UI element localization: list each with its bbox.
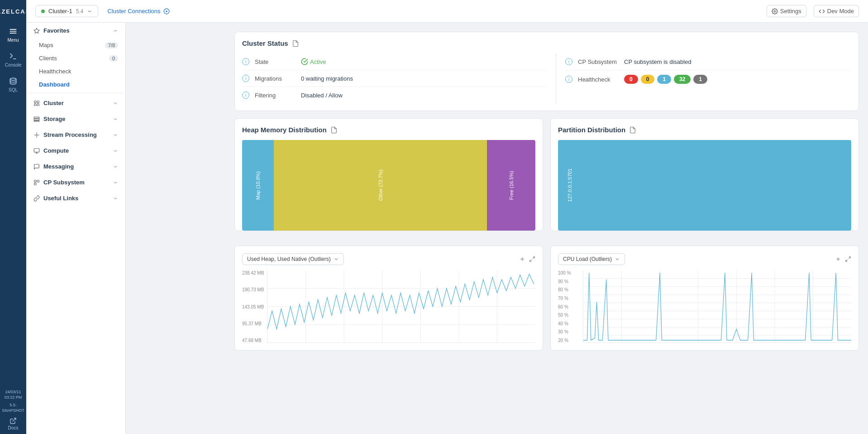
heap-chart-dropdown[interactable]: Used Heap, Used Native (Outliers) xyxy=(242,253,344,265)
heap-expand-icon[interactable] xyxy=(529,256,535,262)
storage-icon xyxy=(33,116,40,122)
storage-label: Storage xyxy=(43,116,65,122)
docs-label: Docs xyxy=(8,425,19,430)
cpu-add-icon[interactable] xyxy=(835,256,841,262)
sidebar-storage-header[interactable]: Storage xyxy=(26,111,125,127)
cluster-status-doc-icon[interactable] xyxy=(292,40,299,47)
useful-links-label: Useful Links xyxy=(43,195,78,202)
sidebar-item-dashboard[interactable]: Dashboard xyxy=(26,78,125,91)
cpu-chart-area: 100 % 90 % 80 % 70 % 60 % 50 % 40 % 30 %… xyxy=(558,270,851,343)
heap-line-chart-card: Used Heap, Used Native (Outliers) 2 xyxy=(234,246,543,351)
sql-icon-item[interactable]: SQL xyxy=(0,72,26,97)
migrations-value: 0 waiting migrations xyxy=(301,75,353,82)
sidebar-favorites-header[interactable]: Favorites xyxy=(26,23,125,39)
console-icon-item[interactable]: Console xyxy=(0,47,26,72)
database-icon xyxy=(9,77,18,86)
cp-subsystem-value: CP subsystem is disabled xyxy=(624,58,692,65)
heap-chart-area: 238.42 MB 190.73 MB 143.05 MB 95.37 MB 4… xyxy=(242,270,535,343)
clients-badge: 0 xyxy=(109,55,118,62)
settings-label: Settings xyxy=(780,8,801,14)
cp-subsystem-row: i CP Subsystem CP subsystem is disabled xyxy=(565,53,851,70)
bottom-charts-row: Used Heap, Used Native (Outliers) 2 xyxy=(234,246,859,351)
cpu-dropdown-icon xyxy=(615,256,620,262)
docs-link[interactable]: Docs xyxy=(0,417,26,430)
state-label: State xyxy=(255,58,296,65)
cluster-name: Cluster-1 xyxy=(48,8,72,14)
heap-doc-icon[interactable] xyxy=(330,126,338,134)
favorites-label: Favorites xyxy=(43,27,70,34)
sidebar-messaging-header[interactable]: Messaging xyxy=(26,159,125,174)
svg-rect-8 xyxy=(37,101,39,102)
cluster-label: Cluster xyxy=(43,100,64,106)
console-label: Console xyxy=(5,63,22,68)
cpu-chart-dropdown[interactable]: CPU Load (Outliers) xyxy=(558,253,625,265)
svg-line-28 xyxy=(530,260,532,261)
timestamp: 24/03/11 03:22 PM xyxy=(0,389,26,400)
healthcheck-label: Healthcheck xyxy=(578,76,619,83)
cp-subsystem-info-icon: i xyxy=(565,58,572,65)
partition-distribution-title: Partition Distribution xyxy=(558,126,851,134)
svg-rect-20 xyxy=(34,183,36,185)
sidebar-stream-processing-header[interactable]: Stream Processing xyxy=(26,127,125,143)
cluster-status-title: Cluster Status xyxy=(242,39,851,47)
stream-icon xyxy=(33,132,40,138)
svg-rect-15 xyxy=(34,148,39,152)
svg-rect-0 xyxy=(10,29,17,30)
state-value: Active xyxy=(301,58,326,65)
sidebar-useful-links-header[interactable]: Useful Links xyxy=(26,190,125,206)
cpu-chart-toolbar: CPU Load (Outliers) xyxy=(558,253,851,265)
status-divider xyxy=(556,53,556,103)
partition-chart-visual: 127.0.0.1:5701 xyxy=(558,140,851,231)
migrations-info-icon: i xyxy=(242,75,249,82)
plus-circle-icon xyxy=(163,8,170,14)
status-right-col: i CP Subsystem CP subsystem is disabled … xyxy=(565,53,851,103)
sidebar-section-messaging: Messaging xyxy=(26,159,125,174)
partition-node-label: 127.0.0.1:5701 xyxy=(567,169,572,202)
chevron-down-messaging xyxy=(113,164,118,169)
heap-chart-dropdown-label: Used Heap, Used Native (Outliers) xyxy=(247,256,331,262)
cluster-connections[interactable]: Cluster Connections xyxy=(107,8,169,14)
status-left-col: i State Active i Migrations 0 waiting mi… xyxy=(242,53,547,103)
distribution-charts-row: Heap Memory Distribution Map (10.8%) Oth… xyxy=(234,118,859,238)
svg-rect-11 xyxy=(34,117,39,118)
cpu-chart-actions xyxy=(835,256,851,262)
hamburger-icon xyxy=(9,27,18,36)
partition-doc-icon[interactable] xyxy=(629,126,636,134)
svg-line-5 xyxy=(13,418,16,421)
sidebar-cp-subsystem-header[interactable]: CP Subsystem xyxy=(26,174,125,190)
settings-button[interactable]: Settings xyxy=(767,5,806,17)
cluster-dropdown-icon xyxy=(87,9,92,14)
messaging-icon xyxy=(33,164,40,170)
migrations-row: i Migrations 0 waiting migrations xyxy=(242,70,547,87)
settings-icon xyxy=(772,8,778,14)
healthcheck-badges: 0 0 1 32 1 xyxy=(624,75,707,84)
cp-icon xyxy=(33,179,40,186)
sidebar-item-maps[interactable]: Maps 7/8 xyxy=(26,39,125,52)
compute-label: Compute xyxy=(43,147,69,154)
cpu-svg-area xyxy=(583,270,851,343)
heap-add-icon[interactable] xyxy=(519,256,525,262)
devmode-button[interactable]: Dev Mode xyxy=(814,5,859,17)
cluster-selector[interactable]: Cluster-1 5.4 xyxy=(35,5,98,17)
sidebar-compute-header[interactable]: Compute xyxy=(26,143,125,159)
svg-line-41 xyxy=(846,260,848,261)
hc-badge-blue: 1 xyxy=(657,75,671,84)
chevron-down-cluster xyxy=(113,101,118,106)
sidebar-item-healthcheck[interactable]: Healthcheck xyxy=(26,65,125,78)
svg-rect-19 xyxy=(37,180,39,182)
sidebar-item-clients[interactable]: Clients 0 xyxy=(26,52,125,65)
sidebar-cluster-header[interactable]: Cluster xyxy=(26,95,125,111)
svg-line-40 xyxy=(849,257,850,259)
sidebar-section-useful-links: Useful Links xyxy=(26,190,125,206)
link-icon xyxy=(33,195,40,202)
hc-badge-gray: 1 xyxy=(693,75,707,84)
cluster-version: 5.4 xyxy=(76,8,84,14)
narrow-sidebar: HAZELCAST Menu Console SQL 24/03/11 03:2… xyxy=(0,0,26,434)
svg-rect-12 xyxy=(34,119,39,120)
svg-marker-6 xyxy=(34,28,39,33)
cpu-y-axis: 100 % 90 % 80 % 70 % 60 % 50 % 40 % 30 %… xyxy=(558,270,572,343)
hc-badge-yellow: 0 xyxy=(641,75,655,84)
cpu-expand-icon[interactable] xyxy=(845,256,851,262)
menu-icon-item[interactable]: Menu xyxy=(0,22,26,47)
filtering-info-icon: i xyxy=(242,92,249,99)
